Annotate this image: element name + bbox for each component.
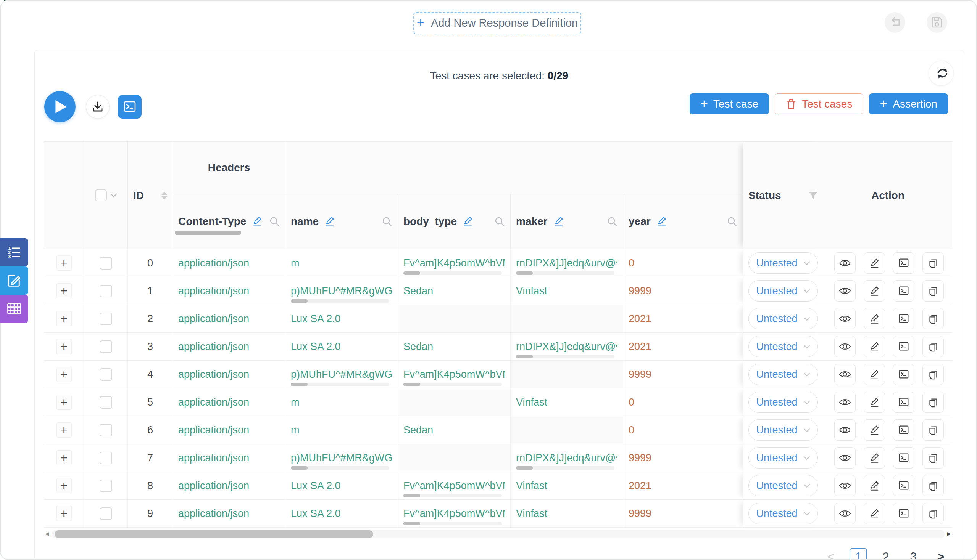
status-select[interactable]: Untested [748,503,818,524]
row-checkbox[interactable] [100,507,112,520]
row-checkbox[interactable] [100,340,112,353]
body-type-cell[interactable]: Sedan [398,277,511,305]
scrollbar-thumb[interactable] [55,530,373,538]
console-row-button[interactable] [893,336,914,357]
status-select[interactable]: Untested [748,392,818,413]
cell-mini-scrollbar[interactable] [403,494,502,497]
cell-mini-scrollbar[interactable] [403,522,502,525]
content-type-cell[interactable]: application/json [173,333,286,360]
sidebar-data-table-button[interactable] [0,295,28,323]
copy-row-button[interactable] [922,336,944,357]
edit-row-button[interactable] [864,336,885,357]
search-icon[interactable] [381,216,392,227]
row-checkbox[interactable] [100,480,112,492]
content-type-cell[interactable]: application/json [173,361,286,388]
body-type-cell[interactable]: Fv^am]K4p5omW^bVM [398,472,511,499]
body-type-cell[interactable]: Fv^am]K4p5omW^bVM [398,500,511,527]
cell-mini-scrollbar[interactable] [291,299,389,303]
content-type-cell[interactable]: application/json [173,500,286,527]
edit-column-icon[interactable] [251,216,263,227]
pagination-page-1[interactable]: 1 [850,548,867,560]
run-tests-button[interactable] [44,91,75,122]
copy-row-button[interactable] [922,392,944,413]
edit-column-icon[interactable] [462,216,473,227]
edit-row-button[interactable] [864,364,885,385]
body-type-cell[interactable] [398,305,511,332]
header-id[interactable]: ID [128,142,173,249]
maker-cell[interactable] [511,416,623,444]
copy-row-button[interactable] [922,475,944,496]
console-row-button[interactable] [893,419,914,441]
console-row-button[interactable] [893,364,914,385]
status-select[interactable]: Untested [748,252,818,274]
name-cell[interactable]: p)MUhFU^#MR&gWG5 [286,444,398,472]
copy-row-button[interactable] [922,308,944,329]
pagination-next-icon[interactable]: > [932,548,950,560]
maker-cell[interactable]: Vinfast [511,277,623,305]
year-cell[interactable]: 2021 [623,472,743,499]
year-cell[interactable]: 2021 [623,333,743,360]
refresh-button[interactable] [928,61,954,86]
body-type-cell[interactable] [398,388,511,416]
cell-mini-scrollbar[interactable] [291,466,389,470]
expand-row-button[interactable]: + [57,506,72,521]
year-cell[interactable]: 0 [623,416,743,444]
sort-icon[interactable] [161,192,167,200]
year-cell[interactable]: 0 [623,388,743,416]
expand-row-button[interactable]: + [57,283,72,298]
copy-row-button[interactable] [922,252,944,274]
edit-row-button[interactable] [864,392,885,413]
add-test-case-button[interactable]: + Test case [689,93,769,114]
year-cell[interactable]: 2021 [623,305,743,332]
search-icon[interactable] [607,216,617,227]
body-type-cell[interactable] [398,444,511,472]
content-type-cell[interactable]: application/json [173,444,286,472]
view-row-button[interactable] [834,280,856,302]
name-cell[interactable]: Lux SA 2.0 [286,472,398,499]
content-type-cell[interactable]: application/json [173,305,286,332]
copy-row-button[interactable] [922,447,944,468]
view-row-button[interactable] [834,336,856,357]
status-select[interactable]: Untested [748,280,818,302]
edit-row-button[interactable] [864,447,885,468]
name-cell[interactable]: p)MUhFU^#MR&gWG5 [286,361,398,388]
expand-row-button[interactable]: + [57,339,72,354]
status-select[interactable]: Untested [748,475,818,496]
body-type-cell[interactable]: Fv^am]K4p5omW^bVM [398,361,511,388]
name-cell[interactable]: Lux SA 2.0 [286,500,398,527]
scroll-right-icon[interactable]: ► [946,530,952,538]
name-cell[interactable]: Lux SA 2.0 [286,305,398,332]
console-row-button[interactable] [893,280,914,302]
status-select[interactable]: Untested [748,364,818,385]
expand-row-button[interactable]: + [57,450,72,465]
content-type-cell[interactable]: application/json [173,277,286,305]
edit-row-button[interactable] [864,280,885,302]
select-dropdown-icon[interactable] [110,193,117,197]
view-row-button[interactable] [834,447,856,468]
console-row-button[interactable] [893,447,914,468]
edit-row-button[interactable] [864,308,885,329]
body-type-cell[interactable]: Sedan [398,333,511,360]
row-checkbox[interactable] [100,285,112,297]
console-row-button[interactable] [893,252,914,274]
row-checkbox[interactable] [100,257,112,270]
delete-test-cases-button[interactable]: Test cases [775,93,863,114]
maker-cell[interactable]: Vinfast [511,388,623,416]
expand-row-button[interactable]: + [57,395,72,410]
expand-row-button[interactable]: + [57,478,72,493]
view-row-button[interactable] [834,503,856,524]
maker-cell[interactable]: Vinfast [511,472,623,499]
content-type-cell[interactable]: application/json [173,472,286,499]
content-type-cell[interactable]: application/json [173,416,286,444]
cell-mini-scrollbar[interactable] [516,355,614,358]
cell-mini-scrollbar[interactable] [291,383,389,386]
year-cell[interactable]: 0 [623,249,743,277]
cell-mini-scrollbar[interactable] [516,272,614,275]
status-select[interactable]: Untested [748,447,818,468]
copy-row-button[interactable] [922,364,944,385]
expand-row-button[interactable]: + [57,422,72,438]
edit-column-icon[interactable] [553,216,564,227]
copy-row-button[interactable] [922,280,944,302]
console-button[interactable] [118,95,142,118]
pagination-prev-icon[interactable]: < [822,548,840,560]
